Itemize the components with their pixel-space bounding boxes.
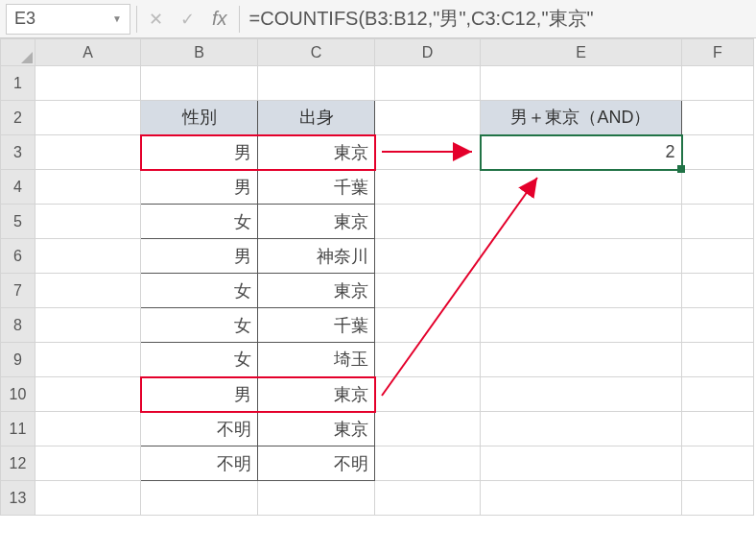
col-header-F[interactable]: F <box>682 39 754 66</box>
cell[interactable] <box>375 205 481 239</box>
cell-B5[interactable]: 女 <box>141 205 258 239</box>
cell-B7[interactable]: 女 <box>141 274 258 308</box>
cell[interactable] <box>481 308 682 343</box>
cell-C8[interactable]: 千葉 <box>258 308 375 343</box>
cell[interactable] <box>682 308 754 343</box>
row-header[interactable]: 7 <box>1 274 35 308</box>
col-header-E[interactable]: E <box>481 39 682 66</box>
cell[interactable] <box>141 481 258 516</box>
cell[interactable] <box>35 481 141 516</box>
col-header-B[interactable]: B <box>141 39 258 66</box>
cell[interactable] <box>35 446 141 481</box>
header-gender[interactable]: 性別 <box>141 101 258 135</box>
cell[interactable] <box>35 343 141 377</box>
cell[interactable] <box>481 66 682 101</box>
cell-B10[interactable]: 男 <box>141 377 258 412</box>
cancel-icon[interactable]: ✕ <box>149 9 163 30</box>
cell[interactable] <box>258 66 375 101</box>
cell[interactable] <box>35 377 141 412</box>
row-header[interactable]: 3 <box>1 135 35 170</box>
cell[interactable] <box>375 446 481 481</box>
cell[interactable] <box>35 66 141 101</box>
cell[interactable] <box>481 343 682 377</box>
cell[interactable] <box>375 239 481 274</box>
cell[interactable] <box>375 308 481 343</box>
cell[interactable] <box>481 274 682 308</box>
cell-B3[interactable]: 男 <box>141 135 258 170</box>
row-header[interactable]: 11 <box>1 412 35 446</box>
cell-C10[interactable]: 東京 <box>258 377 375 412</box>
cell-B8[interactable]: 女 <box>141 308 258 343</box>
cell[interactable] <box>481 170 682 205</box>
cell[interactable] <box>35 412 141 446</box>
cell-C9[interactable]: 埼玉 <box>258 343 375 377</box>
cell[interactable] <box>682 412 754 446</box>
cell[interactable] <box>682 135 754 170</box>
cell[interactable] <box>375 170 481 205</box>
accept-icon[interactable]: ✓ <box>180 9 195 30</box>
cell-B9[interactable]: 女 <box>141 343 258 377</box>
fx-icon[interactable]: fx <box>212 8 227 30</box>
cell[interactable] <box>682 481 754 516</box>
cell[interactable] <box>481 239 682 274</box>
cell-B11[interactable]: 不明 <box>141 412 258 446</box>
row-header[interactable]: 4 <box>1 170 35 205</box>
cell[interactable] <box>682 446 754 481</box>
cell[interactable] <box>481 412 682 446</box>
row-header[interactable]: 10 <box>1 377 35 412</box>
cell[interactable] <box>682 239 754 274</box>
col-header-A[interactable]: A <box>35 39 141 66</box>
formula-text[interactable]: =COUNTIFS(B3:B12,"男",C3:C12,"東京" <box>240 6 756 32</box>
selected-cell-E3[interactable]: 2 <box>481 135 682 170</box>
col-header-C[interactable]: C <box>258 39 375 66</box>
cell-B6[interactable]: 男 <box>141 239 258 274</box>
cell-C12[interactable]: 不明 <box>258 446 375 481</box>
cell[interactable] <box>375 343 481 377</box>
name-box[interactable]: E3 ▼ <box>6 4 130 35</box>
cell-C3[interactable]: 東京 <box>258 135 375 170</box>
cell[interactable] <box>481 377 682 412</box>
cell[interactable] <box>35 205 141 239</box>
cell[interactable] <box>258 481 375 516</box>
row-header[interactable]: 13 <box>1 481 35 516</box>
cell[interactable] <box>375 274 481 308</box>
cell[interactable] <box>35 170 141 205</box>
cell[interactable] <box>35 308 141 343</box>
row-header[interactable]: 8 <box>1 308 35 343</box>
row-header[interactable]: 12 <box>1 446 35 481</box>
cell[interactable] <box>481 205 682 239</box>
cell-C5[interactable]: 東京 <box>258 205 375 239</box>
cell[interactable] <box>682 66 754 101</box>
select-all-corner[interactable] <box>1 39 35 66</box>
cell[interactable] <box>375 135 481 170</box>
cell[interactable] <box>375 412 481 446</box>
cell[interactable] <box>35 274 141 308</box>
cell[interactable] <box>682 205 754 239</box>
row-header[interactable]: 9 <box>1 343 35 377</box>
header-result[interactable]: 男＋東京（AND） <box>481 101 682 135</box>
cell[interactable] <box>682 101 754 135</box>
cell-C11[interactable]: 東京 <box>258 412 375 446</box>
cell[interactable] <box>481 446 682 481</box>
fill-handle[interactable] <box>677 165 685 173</box>
col-header-D[interactable]: D <box>375 39 481 66</box>
cell-B12[interactable]: 不明 <box>141 446 258 481</box>
dropdown-icon[interactable]: ▼ <box>112 13 122 24</box>
cell-B4[interactable]: 男 <box>141 170 258 205</box>
cell[interactable] <box>35 135 141 170</box>
header-origin[interactable]: 出身 <box>258 101 375 135</box>
cell[interactable] <box>682 274 754 308</box>
cell[interactable] <box>682 343 754 377</box>
row-header[interactable]: 1 <box>1 66 35 101</box>
cell-C4[interactable]: 千葉 <box>258 170 375 205</box>
row-header[interactable]: 6 <box>1 239 35 274</box>
cell[interactable] <box>375 377 481 412</box>
cell[interactable] <box>141 66 258 101</box>
cell[interactable] <box>35 101 141 135</box>
cell[interactable] <box>481 481 682 516</box>
spreadsheet-grid[interactable]: A B C D E F 1 2 性別 出身 男＋東京（AND） 3 男 東京 2… <box>0 38 754 516</box>
cell[interactable] <box>682 170 754 205</box>
cell[interactable] <box>375 481 481 516</box>
cell[interactable] <box>682 377 754 412</box>
cell-C6[interactable]: 神奈川 <box>258 239 375 274</box>
